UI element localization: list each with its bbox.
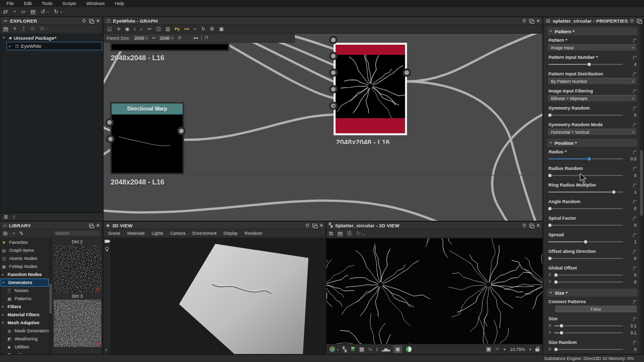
- library-item-material-filters[interactable]: ▸Material Filters: [1, 311, 49, 319]
- zoom-out-dot[interactable]: [504, 348, 506, 350]
- save-image-icon[interactable]: ▤: [338, 231, 343, 236]
- input-connector[interactable]: [105, 118, 114, 127]
- pin-icon[interactable]: [522, 223, 526, 227]
- chevron-down-icon[interactable]: ▾: [3, 281, 6, 285]
- camera-icon[interactable]: [105, 240, 109, 243]
- function-icon[interactable]: ƒ▾: [632, 300, 636, 304]
- reset-size-icon[interactable]: ↺: [178, 36, 182, 40]
- function-icon[interactable]: ƒ▾: [632, 183, 636, 188]
- parent-height-dropdown[interactable]: 2048▾: [158, 35, 175, 41]
- function-icon[interactable]: ƒ▾: [632, 106, 636, 111]
- function-icon[interactable]: ƒ▾: [632, 216, 636, 221]
- function-icon[interactable]: ƒ▾: [632, 317, 636, 321]
- function-icon[interactable]: ƒ▾: [632, 150, 636, 154]
- info-icon[interactable]: i: [13, 214, 15, 220]
- pattern-input-number-slider[interactable]: [548, 61, 623, 67]
- float-icon[interactable]: [637, 19, 641, 23]
- spread-slider[interactable]: [548, 239, 623, 244]
- float-icon[interactable]: [312, 224, 316, 227]
- global-offset-y-slider[interactable]: [554, 279, 623, 285]
- function-icon[interactable]: ƒ▾: [632, 89, 636, 94]
- view2d-canvas[interactable]: [327, 238, 542, 344]
- close-icon[interactable]: ×: [320, 223, 323, 228]
- close-icon[interactable]: ×: [537, 19, 540, 23]
- tree-item-package[interactable]: ▾ ◆ Unsaved Package*: [1, 34, 102, 42]
- menu-scripts[interactable]: Scripts: [58, 1, 81, 6]
- align-vertical-icon[interactable]: ⁝: [201, 36, 202, 40]
- create-link-icon[interactable]: ⊶: [184, 27, 189, 32]
- section-pattern[interactable]: ▾ Pattern *: [547, 27, 637, 35]
- properties-scrollbar[interactable]: [639, 25, 643, 354]
- chevron-right-icon[interactable]: ▸: [2, 305, 6, 309]
- output-connector[interactable]: [177, 127, 186, 135]
- library-item-atomic-nodes[interactable]: ◳Atomic Nodes: [1, 254, 49, 262]
- library-item-mask-generators[interactable]: ◍Mask Generators: [1, 327, 49, 335]
- input-connector[interactable]: [329, 102, 338, 110]
- screenshot-icon[interactable]: ◉: [125, 27, 130, 32]
- radius-random-slider[interactable]: [548, 172, 623, 178]
- menu-renderer[interactable]: Renderer: [242, 231, 265, 236]
- undo-dropdown-icon[interactable]: ▾: [47, 10, 49, 14]
- switch-engine-icon[interactable]: ⇄: [3, 9, 8, 15]
- colorspace-icon[interactable]: [406, 346, 412, 352]
- float-icon[interactable]: [89, 19, 93, 23]
- close-icon[interactable]: ×: [537, 223, 540, 228]
- float-icon[interactable]: [529, 224, 533, 227]
- pin-icon[interactable]: [305, 223, 309, 227]
- offset-along-direction-slider[interactable]: [548, 255, 623, 261]
- chevron-right-icon[interactable]: ▸: [2, 313, 6, 317]
- import-icon[interactable]: ◔: [12, 231, 15, 236]
- chevron-right-icon[interactable]: ▸: [2, 273, 6, 277]
- section-size[interactable]: ▾ Size *: [547, 289, 637, 297]
- close-icon[interactable]: ×: [97, 223, 100, 228]
- chevron-right-icon[interactable]: ▸: [9, 44, 13, 48]
- edit-filter-icon[interactable]: ✎: [19, 231, 24, 236]
- menu-camera[interactable]: Camera: [167, 231, 188, 236]
- material-preview-icon[interactable]: [330, 346, 335, 352]
- menu-scene[interactable]: Scene: [105, 231, 123, 236]
- size-x-slider[interactable]: [554, 323, 623, 328]
- python-editor-icon[interactable]: Py: [175, 27, 180, 31]
- cut-links-icon[interactable]: ✂: [147, 27, 151, 32]
- fit-view-icon[interactable]: ▣: [486, 346, 491, 352]
- chevron-down-icon[interactable]: ▾: [337, 347, 339, 351]
- pattern-input-distribution-dropdown[interactable]: By Pattern Number▾: [548, 78, 636, 84]
- function-icon[interactable]: ƒ▾: [632, 55, 636, 60]
- chevron-down-icon[interactable]: ▾: [3, 36, 7, 40]
- save-package-icon[interactable]: ▤: [3, 26, 8, 32]
- float-icon[interactable]: [529, 19, 533, 23]
- library-item-weathering[interactable]: ◩Weathering: [1, 335, 49, 343]
- search-icon[interactable]: ⌕: [140, 27, 143, 32]
- function-icon[interactable]: ƒ▾: [632, 123, 636, 127]
- tools-icon[interactable]: ⚙: [210, 27, 214, 32]
- new-image-icon[interactable]: ⧉: [329, 231, 333, 236]
- menu-tools[interactable]: Tools: [37, 1, 57, 6]
- timer-icon[interactable]: ↻: [201, 27, 205, 32]
- pattern-dropdown[interactable]: Image Input▾: [548, 44, 636, 51]
- connect-patterns-button[interactable]: False: [555, 306, 636, 312]
- link-package-icon[interactable]: ⚡: [13, 26, 17, 32]
- pin-icon[interactable]: [82, 19, 86, 23]
- library-item-noises[interactable]: ▒Noises: [1, 287, 49, 295]
- graph-canvas[interactable]: 2048x2048 - L16 Directional Warp 2048x20…: [104, 25, 542, 221]
- size-random-x-slider[interactable]: [554, 346, 623, 352]
- symmetry-random-slider[interactable]: [548, 112, 623, 118]
- thumbnail-dirt3[interactable]: ƒx: [54, 300, 101, 347]
- input-connector[interactable]: [329, 85, 338, 94]
- add-folder-icon[interactable]: ⊞: [3, 231, 8, 236]
- chevron-down-icon[interactable]: ▾: [2, 321, 6, 325]
- function-icon[interactable]: ƒ▾: [632, 266, 636, 270]
- menu-environment[interactable]: Environment: [190, 231, 220, 236]
- symmetry-random-mode-dropdown[interactable]: Horizontal + Vertical▾: [548, 129, 636, 135]
- input-connector[interactable]: [329, 36, 338, 44]
- image-view-button-active[interactable]: ▣: [393, 345, 401, 353]
- library-item-generators[interactable]: ▾Generators: [1, 279, 49, 287]
- view3d-canvas[interactable]: ≡: [104, 238, 326, 354]
- pin-icon[interactable]: [630, 19, 634, 23]
- display-info-icon[interactable]: ≡: [105, 348, 108, 352]
- function-icon[interactable]: ƒ▾: [632, 249, 636, 254]
- close-icon[interactable]: ×: [97, 19, 100, 23]
- lock-icon[interactable]: [535, 348, 539, 351]
- alpha-checker-icon[interactable]: ▚: [343, 346, 347, 352]
- library-item-favorites[interactable]: ★Favorites: [1, 238, 49, 246]
